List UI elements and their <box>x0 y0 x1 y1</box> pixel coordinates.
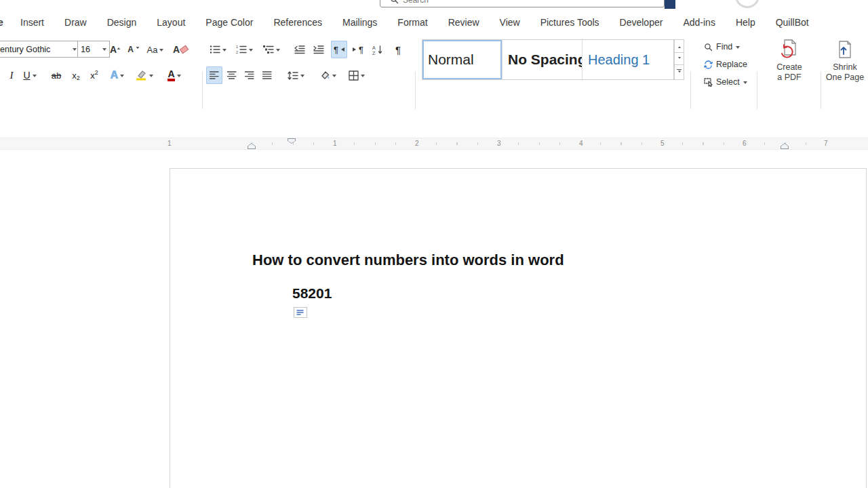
style-no-spacing[interactable]: No Spacing <box>502 40 583 79</box>
style-heading-1[interactable]: Heading 1 <box>583 40 673 79</box>
document-heading[interactable]: How to convert numbers into words in wor… <box>252 251 564 269</box>
titlebar-accent-block[interactable] <box>665 0 675 9</box>
document-number[interactable]: 58201 <box>292 285 332 302</box>
tab-format[interactable]: Format <box>397 17 427 28</box>
ruler-number: 1 <box>332 140 338 147</box>
shrink-one-page-button[interactable]: Shrink One Page <box>822 38 868 95</box>
style-normal[interactable]: Normal <box>422 40 502 79</box>
align-right-button[interactable] <box>241 66 258 84</box>
tab-review[interactable]: Review <box>448 17 479 28</box>
chevron-down-icon[interactable] <box>177 75 181 79</box>
tab-add-ins[interactable]: Add-ins <box>683 17 715 28</box>
first-line-indent-marker[interactable] <box>288 138 296 144</box>
ltr-paragraph-button[interactable]: ¶ <box>331 41 347 58</box>
clear-formatting-button[interactable]: A <box>171 41 190 58</box>
styles-gallery-more-button[interactable] <box>674 65 684 80</box>
svg-text:A: A <box>372 45 376 49</box>
shrink-label-1: Shrink <box>833 62 856 72</box>
tab-pictures-tools[interactable]: Pictures Tools <box>540 17 599 28</box>
styles-scroll-up-button[interactable] <box>674 39 684 52</box>
decrease-indent-button[interactable] <box>292 41 308 58</box>
style-normal-label: Normal <box>428 52 474 68</box>
left-indent-marker[interactable] <box>248 143 256 149</box>
text-effects-label: A <box>111 69 119 81</box>
find-button[interactable]: Find <box>704 42 740 52</box>
tab-insert[interactable]: Insert <box>20 17 44 28</box>
increase-indent-button[interactable] <box>311 41 327 58</box>
chevron-down-icon[interactable] <box>736 46 740 51</box>
tab-view[interactable]: View <box>500 17 520 28</box>
search-box[interactable]: Search <box>380 0 665 7</box>
replace-button[interactable]: Replace <box>704 60 747 69</box>
replace-label: Replace <box>716 60 747 69</box>
right-indent-marker[interactable] <box>781 143 789 149</box>
italic-button[interactable]: I <box>5 66 18 84</box>
avatar[interactable] <box>735 0 760 8</box>
align-left-button[interactable] <box>206 66 222 84</box>
borders-button[interactable] <box>344 66 369 84</box>
underline-label: U <box>23 70 30 81</box>
chevron-down-icon[interactable] <box>120 75 124 79</box>
line-spacing-icon <box>288 71 298 80</box>
line-spacing-button[interactable] <box>285 66 307 84</box>
tab-quillbot[interactable]: QuillBot <box>776 17 809 28</box>
horizontal-ruler[interactable]: 1 1 2 3 4 5 6 7 <box>0 138 868 150</box>
chevron-down-icon[interactable] <box>249 49 253 54</box>
shrink-font-button[interactable]: A <box>126 41 141 58</box>
text-highlight-button[interactable] <box>133 66 156 84</box>
tab-page-color[interactable]: Page Color <box>205 17 253 28</box>
subscript-button[interactable]: x2 <box>68 66 84 84</box>
chevron-down-icon[interactable] <box>276 49 280 54</box>
text-effects-button[interactable]: A <box>107 66 127 84</box>
tab-layout[interactable]: Layout <box>157 17 185 28</box>
document-area[interactable]: How to convert numbers into words in wor… <box>0 150 868 488</box>
superscript-button[interactable]: x2 <box>86 66 102 84</box>
tab-help[interactable]: Help <box>736 17 755 28</box>
numbering-button[interactable]: 12 <box>233 41 255 58</box>
underline-button[interactable]: U <box>20 66 39 84</box>
chevron-down-icon[interactable] <box>332 75 336 79</box>
italic-label: I <box>10 70 14 81</box>
show-formatting-button[interactable]: ¶ <box>391 41 406 58</box>
chevron-down-icon <box>159 49 163 54</box>
chevron-down-icon[interactable] <box>73 48 77 53</box>
chevron-down-icon[interactable] <box>102 48 106 53</box>
justify-button[interactable] <box>259 66 275 84</box>
strikethrough-button[interactable]: ab <box>47 66 65 84</box>
font-size-combo[interactable]: 16 <box>77 41 110 58</box>
rtl-paragraph-button[interactable]: ¶ <box>350 41 366 58</box>
chevron-down-icon[interactable] <box>149 75 153 79</box>
tab-design[interactable]: Design <box>107 17 137 28</box>
sort-button[interactable]: AZ <box>369 41 387 58</box>
chevron-down-icon[interactable] <box>222 49 226 54</box>
shading-button[interactable] <box>316 66 339 84</box>
more-bar-icon <box>677 69 682 70</box>
bullets-button[interactable] <box>208 41 228 58</box>
chevron-down-icon[interactable] <box>33 75 37 79</box>
chevron-down-icon[interactable] <box>300 75 304 79</box>
tab-developer[interactable]: Developer <box>620 17 663 28</box>
grow-font-button[interactable]: A <box>107 41 123 58</box>
search-icon <box>390 0 399 4</box>
change-case-button[interactable]: Aa <box>144 41 167 58</box>
multilevel-list-button[interactable] <box>260 41 282 58</box>
shrink-font-label: A <box>127 45 134 54</box>
shrink-one-page-icon <box>836 39 854 60</box>
align-center-button[interactable] <box>224 66 240 84</box>
caret-up-icon <box>117 45 121 49</box>
font-color-button[interactable]: A <box>163 66 186 84</box>
ruler-number: 4 <box>578 140 585 147</box>
tab-mailings[interactable]: Mailings <box>342 17 377 28</box>
font-name-combo[interactable]: Century Gothic <box>0 41 80 58</box>
ruler-number: 6 <box>741 140 748 147</box>
create-pdf-button[interactable]: Create a PDF <box>765 38 814 95</box>
tab-references[interactable]: References <box>273 17 322 28</box>
autocorrect-options-button[interactable] <box>294 307 307 318</box>
style-no-spacing-label: No Spacing <box>508 52 583 68</box>
chevron-down-icon[interactable] <box>361 75 365 79</box>
tab-draw[interactable]: Draw <box>64 17 87 28</box>
chevron-down-icon[interactable] <box>743 81 747 86</box>
select-button[interactable]: Select <box>704 77 747 87</box>
styles-scroll-down-button[interactable] <box>674 52 684 65</box>
tab-partial[interactable]: e <box>0 17 3 28</box>
